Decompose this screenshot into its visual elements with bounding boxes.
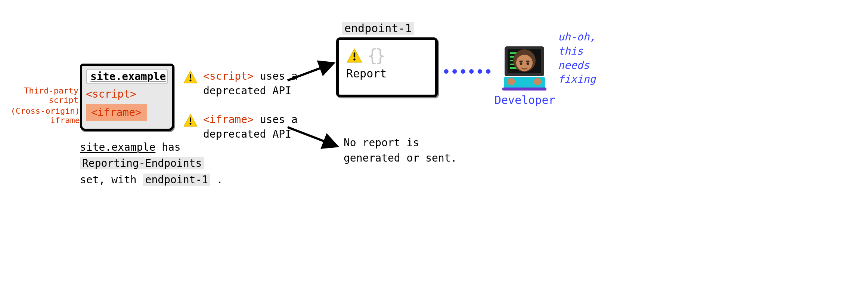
warning-script-code: <script> — [203, 70, 254, 82]
svg-rect-4 — [354, 52, 355, 57]
developer-label: Developer — [495, 94, 554, 107]
warning-message-script: <script> uses a deprecated API — [183, 69, 340, 98]
site-caption-text-3: . — [210, 174, 223, 186]
warning-message-iframe: <iframe> uses a deprecated API — [183, 112, 340, 141]
label-cross-origin-iframe: (Cross-origin) iframe — [5, 106, 80, 125]
svg-rect-19 — [519, 61, 523, 62]
label-third-party-script: Third-party script — [4, 86, 78, 105]
svg-point-3 — [190, 123, 192, 125]
developer-quote: uh-oh, this needs fixing — [558, 30, 618, 86]
svg-rect-20 — [526, 61, 530, 62]
site-caption-text-2: set, with — [80, 174, 143, 186]
svg-rect-14 — [502, 88, 546, 91]
site-caption-host: site.example — [80, 141, 155, 153]
warning-icon — [183, 70, 198, 85]
svg-point-18 — [527, 62, 529, 65]
svg-point-21 — [508, 78, 515, 85]
endpoint-server-box: {} Report — [336, 37, 438, 97]
warning-icon — [346, 48, 363, 64]
developer-icon — [496, 35, 552, 91]
svg-rect-0 — [190, 74, 191, 79]
dotted-connector: •••••• — [441, 64, 494, 79]
warning-message-iframe-text: <iframe> uses a deprecated API — [203, 112, 340, 141]
svg-point-22 — [534, 78, 541, 85]
svg-point-17 — [520, 62, 523, 65]
no-report-text: No report is generated or sent. — [344, 135, 463, 166]
warning-iframe-code: <iframe> — [203, 113, 254, 126]
endpoint-title: endpoint-1 — [342, 22, 414, 35]
endpoint-report-label: Report — [346, 67, 428, 80]
site-iframe-tag: <iframe> — [86, 104, 147, 121]
site-caption-text-1: has — [155, 141, 180, 153]
site-caption-header: Reporting-Endpoints — [80, 157, 204, 169]
site-url-bar: site.example — [86, 69, 168, 84]
site-browser-window: site.example <script> <iframe> Third-par… — [80, 64, 174, 131]
developer-avatar: Developer — [495, 35, 554, 107]
site-caption: site.example has Reporting-Endpoints set… — [80, 139, 226, 188]
endpoint-title-text: endpoint-1 — [342, 22, 414, 35]
braces-icon: {} — [367, 47, 383, 64]
warning-icon — [183, 113, 198, 128]
svg-rect-2 — [190, 117, 191, 122]
site-caption-endpoint: endpoint-1 — [143, 174, 211, 186]
svg-point-1 — [190, 80, 192, 82]
endpoint-row: {} — [346, 47, 428, 64]
site-script-tag: <script> — [86, 88, 168, 100]
svg-point-5 — [353, 58, 356, 61]
warning-message-script-text: <script> uses a deprecated API — [203, 69, 340, 98]
